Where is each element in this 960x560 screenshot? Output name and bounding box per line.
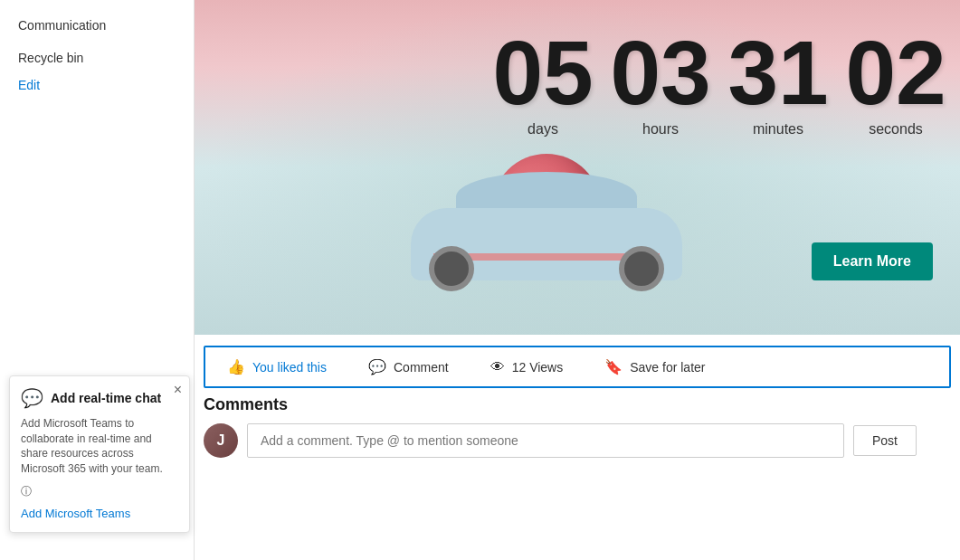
countdown-days-value: 05 xyxy=(492,27,593,118)
action-bar: 👍 You liked this 💬 Comment 👁 12 Views 🔖 … xyxy=(204,346,951,388)
countdown-hours: 03 hours xyxy=(602,27,719,138)
bookmark-icon: 🔖 xyxy=(604,358,623,375)
comments-section: Comments J Post xyxy=(195,388,960,465)
countdown-seconds: 02 seconds xyxy=(837,27,955,138)
comment-label: Comment xyxy=(394,360,449,375)
countdown-hours-label: hours xyxy=(642,121,679,138)
teams-icon: 💬 xyxy=(21,387,43,409)
countdown-seconds-label: seconds xyxy=(869,121,923,138)
countdown-minutes-label: minutes xyxy=(753,121,803,138)
countdown-hours-value: 03 xyxy=(610,27,710,118)
comment-icon: 💬 xyxy=(368,358,386,375)
wheel-right xyxy=(619,246,664,291)
countdown-minutes: 31 minutes xyxy=(719,27,837,138)
comment-button[interactable]: 💬 Comment xyxy=(361,355,456,379)
teams-panel-title: Add real-time chat xyxy=(51,391,161,405)
sidebar-item-communication[interactable]: Communication xyxy=(0,9,194,42)
comments-title: Comments xyxy=(204,395,951,414)
teams-panel-description: Add Microsoft Teams to collaborate in re… xyxy=(21,416,178,477)
views-icon: 👁 xyxy=(490,359,505,375)
user-avatar: J xyxy=(204,423,238,458)
views-display: 👁 12 Views xyxy=(483,356,571,379)
thumbs-up-icon: 👍 xyxy=(227,358,245,375)
post-button[interactable]: Post xyxy=(853,425,917,456)
car-silhouette xyxy=(393,136,700,280)
add-microsoft-teams-link[interactable]: Add Microsoft Teams xyxy=(21,507,130,520)
countdown-display: 05 days 03 hours 31 minutes 02 seconds xyxy=(484,27,960,138)
main-content: 05 days 03 hours 31 minutes 02 seconds L… xyxy=(195,0,960,560)
save-for-later-button[interactable]: 🔖 Save for later xyxy=(597,355,712,379)
comment-input[interactable] xyxy=(247,423,844,458)
learn-more-button[interactable]: Learn More xyxy=(812,242,933,280)
edit-link[interactable]: Edit xyxy=(0,74,194,96)
like-label: You liked this xyxy=(252,360,327,375)
like-button[interactable]: 👍 You liked this xyxy=(220,355,334,379)
comment-input-row: J Post xyxy=(204,423,951,458)
sidebar: Communication Recycle bin Edit × 💬 Add r… xyxy=(0,0,195,560)
teams-header: 💬 Add real-time chat xyxy=(21,387,178,409)
sidebar-item-recycle-bin[interactable]: Recycle bin xyxy=(0,42,194,74)
hero-banner: 05 days 03 hours 31 minutes 02 seconds L… xyxy=(195,0,960,335)
save-label: Save for later xyxy=(630,360,705,375)
teams-info-icon: ⓘ xyxy=(21,484,178,499)
countdown-seconds-value: 02 xyxy=(845,27,946,118)
wheel-left xyxy=(429,246,474,291)
teams-close-button[interactable]: × xyxy=(174,382,182,398)
teams-panel: × 💬 Add real-time chat Add Microsoft Tea… xyxy=(9,375,190,533)
countdown-days-label: days xyxy=(528,121,558,138)
countdown-days: 05 days xyxy=(484,27,602,138)
views-label: 12 Views xyxy=(512,360,564,375)
countdown-minutes-value: 31 xyxy=(727,27,828,118)
